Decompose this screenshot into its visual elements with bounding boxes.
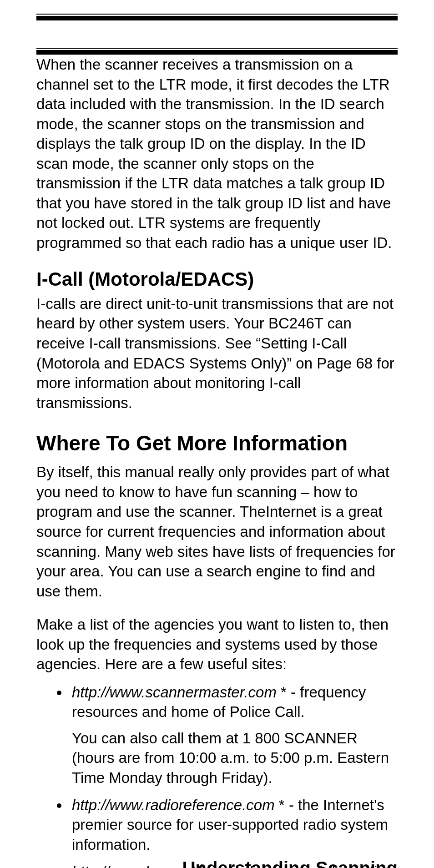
useful-sites-list: http://www.scannermaster.com * - frequen… [36, 682, 398, 868]
paragraph-where-1: By itself, this manual really only provi… [36, 462, 398, 601]
paragraph-where-2: Make a list of the agencies you want to … [36, 615, 398, 674]
site-asterisk: * [281, 684, 287, 701]
list-item: http://www.radioreference.com * - the In… [69, 795, 398, 855]
second-rule [36, 48, 398, 55]
paragraph-ltr: When the scanner receives a transmission… [36, 55, 398, 252]
heading-icall: I-Call (Motorola/EDACS) [36, 268, 398, 291]
document-page: When the scanner receives a transmission… [0, 0, 434, 868]
list-item: http://www.scannermaster.com * - frequen… [69, 682, 398, 788]
paragraph-icall: I-calls are direct unit-to-unit transmis… [36, 294, 398, 413]
site-asterisk: * [275, 797, 285, 813]
footer-section-title: Understanding Scanning [182, 858, 398, 868]
site-subtext: You can also call them at 1 800 SCANNER … [72, 728, 398, 788]
site-url: http://www.radioreference.com [72, 797, 275, 813]
heading-where-to-get-more-information: Where To Get More Information [36, 431, 398, 456]
site-url: http://www.scannermaster.com [72, 684, 281, 701]
top-rule [36, 14, 398, 20]
